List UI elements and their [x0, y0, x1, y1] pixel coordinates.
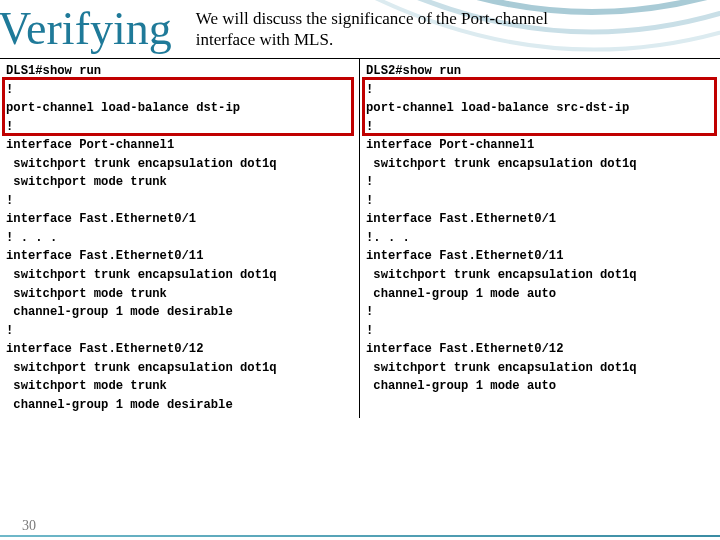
slide-subtitle: We will discuss the significance of the …: [196, 8, 720, 51]
subtitle-line-1: We will discuss the significance of the …: [196, 9, 548, 28]
left-column-dls1: DLS1#show run ! port-channel load-balanc…: [0, 59, 360, 418]
dls1-config-output: DLS1#show run ! port-channel load-balanc…: [6, 62, 353, 414]
slide-header: Verifying We will discuss the significan…: [0, 0, 720, 52]
config-columns: DLS1#show run ! port-channel load-balanc…: [0, 58, 720, 418]
slide-title: Verifying: [0, 6, 172, 52]
dls2-config-output: DLS2#show run ! port-channel load-balanc…: [366, 62, 714, 396]
footer-accent-line: [0, 535, 720, 537]
page-number: 30: [22, 518, 36, 534]
right-column-dls2: DLS2#show run ! port-channel load-balanc…: [360, 59, 720, 418]
subtitle-line-2: interface with MLS.: [196, 30, 333, 49]
